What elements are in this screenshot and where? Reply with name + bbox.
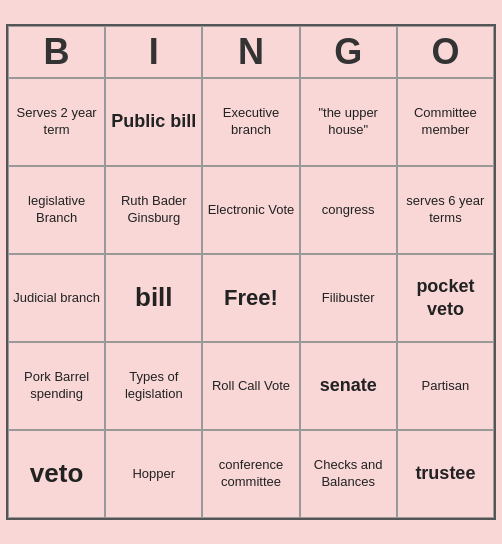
bingo-cell-8: congress <box>300 166 397 254</box>
bingo-cell-4: Committee member <box>397 78 494 166</box>
bingo-grid: Serves 2 year termPublic billExecutive b… <box>8 78 494 518</box>
bingo-cell-23: Checks and Balances <box>300 430 397 518</box>
bingo-cell-6: Ruth Bader Ginsburg <box>105 166 202 254</box>
bingo-cell-19: Partisan <box>397 342 494 430</box>
bingo-cell-2: Executive branch <box>202 78 299 166</box>
bingo-cell-24: trustee <box>397 430 494 518</box>
bingo-card: BINGO Serves 2 year termPublic billExecu… <box>6 24 496 520</box>
header-letter-g: G <box>300 26 397 78</box>
bingo-cell-7: Electronic Vote <box>202 166 299 254</box>
bingo-cell-11: bill <box>105 254 202 342</box>
bingo-cell-5: legislative Branch <box>8 166 105 254</box>
bingo-cell-20: veto <box>8 430 105 518</box>
bingo-cell-22: conference committee <box>202 430 299 518</box>
bingo-cell-18: senate <box>300 342 397 430</box>
header-letter-i: I <box>105 26 202 78</box>
bingo-cell-14: pocket veto <box>397 254 494 342</box>
header-letter-b: B <box>8 26 105 78</box>
header-letter-o: O <box>397 26 494 78</box>
bingo-cell-9: serves 6 year terms <box>397 166 494 254</box>
header-letter-n: N <box>202 26 299 78</box>
bingo-cell-17: Roll Call Vote <box>202 342 299 430</box>
bingo-cell-0: Serves 2 year term <box>8 78 105 166</box>
bingo-cell-3: "the upper house" <box>300 78 397 166</box>
bingo-cell-1: Public bill <box>105 78 202 166</box>
bingo-cell-10: Judicial branch <box>8 254 105 342</box>
bingo-cell-12: Free! <box>202 254 299 342</box>
bingo-cell-13: Filibuster <box>300 254 397 342</box>
bingo-cell-15: Pork Barrel spending <box>8 342 105 430</box>
bingo-cell-21: Hopper <box>105 430 202 518</box>
bingo-cell-16: Types of legislation <box>105 342 202 430</box>
bingo-header: BINGO <box>8 26 494 78</box>
